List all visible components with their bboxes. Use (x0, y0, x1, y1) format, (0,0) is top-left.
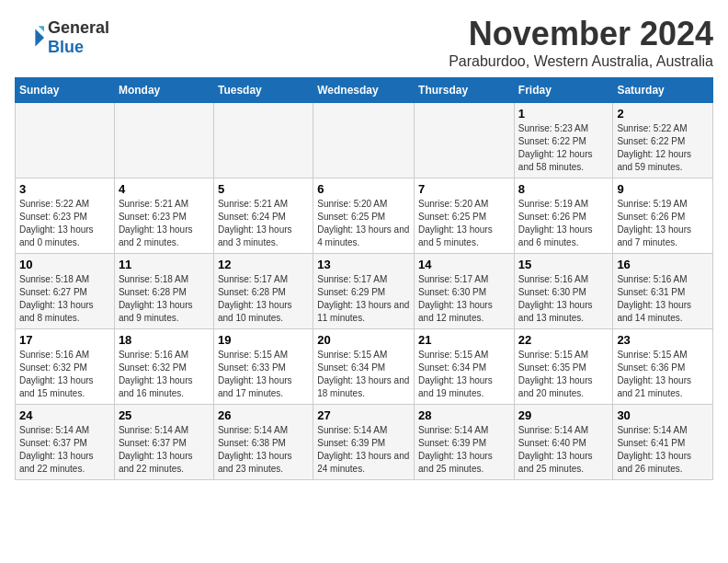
day-number: 23 (617, 333, 709, 347)
day-number: 19 (218, 333, 309, 347)
calendar-cell (415, 103, 515, 178)
day-detail: Sunrise: 5:20 AM Sunset: 6:25 PM Dayligh… (418, 198, 510, 249)
calendar-cell: 6Sunrise: 5:20 AM Sunset: 6:25 PM Daylig… (313, 178, 415, 254)
calendar-cell: 27Sunrise: 5:14 AM Sunset: 6:39 PM Dayli… (313, 405, 415, 480)
calendar-cell: 4Sunrise: 5:21 AM Sunset: 6:23 PM Daylig… (114, 178, 213, 254)
day-number: 26 (218, 408, 309, 422)
day-detail: Sunrise: 5:14 AM Sunset: 6:38 PM Dayligh… (218, 424, 309, 476)
calendar-cell: 17Sunrise: 5:16 AM Sunset: 6:32 PM Dayli… (16, 329, 115, 405)
day-detail: Sunrise: 5:21 AM Sunset: 6:23 PM Dayligh… (119, 198, 210, 249)
day-number: 29 (518, 408, 609, 422)
day-detail: Sunrise: 5:15 AM Sunset: 6:36 PM Dayligh… (617, 349, 709, 400)
day-detail: Sunrise: 5:16 AM Sunset: 6:31 PM Dayligh… (617, 273, 709, 325)
svg-marker-0 (35, 29, 44, 46)
calendar-cell (313, 103, 415, 178)
day-detail: Sunrise: 5:14 AM Sunset: 6:39 PM Dayligh… (317, 424, 410, 476)
calendar-week-row: 3Sunrise: 5:22 AM Sunset: 6:23 PM Daylig… (16, 178, 713, 254)
day-number: 1 (518, 107, 609, 121)
day-detail: Sunrise: 5:16 AM Sunset: 6:32 PM Dayligh… (119, 349, 210, 400)
day-detail: Sunrise: 5:18 AM Sunset: 6:27 PM Dayligh… (19, 273, 110, 325)
day-detail: Sunrise: 5:15 AM Sunset: 6:34 PM Dayligh… (317, 349, 410, 400)
weekday-header: Monday (114, 78, 213, 103)
calendar-cell: 11Sunrise: 5:18 AM Sunset: 6:28 PM Dayli… (114, 254, 213, 329)
logo-icon (15, 23, 44, 52)
weekday-header: Saturday (613, 78, 713, 103)
day-detail: Sunrise: 5:15 AM Sunset: 6:35 PM Dayligh… (518, 349, 609, 400)
day-number: 24 (19, 408, 110, 422)
title-block: November 2024 Paraburdoo, Western Austra… (449, 15, 713, 70)
calendar-cell: 26Sunrise: 5:14 AM Sunset: 6:38 PM Dayli… (213, 405, 313, 480)
day-number: 3 (19, 182, 110, 196)
svg-marker-1 (39, 26, 44, 31)
day-number: 30 (617, 408, 709, 422)
day-number: 5 (218, 182, 309, 196)
day-detail: Sunrise: 5:17 AM Sunset: 6:30 PM Dayligh… (418, 273, 510, 325)
calendar-cell: 16Sunrise: 5:16 AM Sunset: 6:31 PM Dayli… (613, 254, 713, 329)
day-number: 18 (119, 333, 210, 347)
day-detail: Sunrise: 5:14 AM Sunset: 6:37 PM Dayligh… (19, 424, 110, 476)
day-detail: Sunrise: 5:16 AM Sunset: 6:32 PM Dayligh… (19, 349, 110, 400)
day-number: 20 (317, 333, 410, 347)
calendar-cell: 29Sunrise: 5:14 AM Sunset: 6:40 PM Dayli… (514, 405, 613, 480)
day-number: 21 (418, 333, 510, 347)
day-detail: Sunrise: 5:19 AM Sunset: 6:26 PM Dayligh… (617, 198, 709, 249)
calendar-cell: 20Sunrise: 5:15 AM Sunset: 6:34 PM Dayli… (313, 329, 415, 405)
calendar-cell: 24Sunrise: 5:14 AM Sunset: 6:37 PM Dayli… (16, 405, 115, 480)
calendar-week-row: 10Sunrise: 5:18 AM Sunset: 6:27 PM Dayli… (16, 254, 713, 329)
day-number: 15 (518, 258, 609, 271)
calendar-cell (114, 103, 213, 178)
day-number: 6 (317, 182, 410, 196)
day-number: 12 (218, 258, 309, 271)
logo: General Blue (15, 18, 109, 57)
weekday-header: Sunday (16, 78, 115, 103)
day-number: 2 (617, 107, 709, 121)
weekday-header: Thursday (415, 78, 515, 103)
day-detail: Sunrise: 5:17 AM Sunset: 6:28 PM Dayligh… (218, 273, 309, 325)
calendar-cell: 21Sunrise: 5:15 AM Sunset: 6:34 PM Dayli… (415, 329, 515, 405)
calendar-week-row: 24Sunrise: 5:14 AM Sunset: 6:37 PM Dayli… (16, 405, 713, 480)
calendar-week-row: 17Sunrise: 5:16 AM Sunset: 6:32 PM Dayli… (16, 329, 713, 405)
calendar-table: SundayMondayTuesdayWednesdayThursdayFrid… (15, 77, 713, 480)
calendar-cell: 14Sunrise: 5:17 AM Sunset: 6:30 PM Dayli… (415, 254, 515, 329)
calendar-cell: 30Sunrise: 5:14 AM Sunset: 6:41 PM Dayli… (613, 405, 713, 480)
weekday-header: Friday (514, 78, 613, 103)
logo-line2: Blue (48, 38, 109, 57)
day-number: 28 (418, 408, 510, 422)
day-detail: Sunrise: 5:19 AM Sunset: 6:26 PM Dayligh… (518, 198, 609, 249)
day-number: 13 (317, 258, 410, 271)
day-number: 22 (518, 333, 609, 347)
calendar-cell: 15Sunrise: 5:16 AM Sunset: 6:30 PM Dayli… (514, 254, 613, 329)
day-detail: Sunrise: 5:16 AM Sunset: 6:30 PM Dayligh… (518, 273, 609, 325)
day-detail: Sunrise: 5:18 AM Sunset: 6:28 PM Dayligh… (119, 273, 210, 325)
day-number: 17 (19, 333, 110, 347)
calendar-week-row: 1Sunrise: 5:23 AM Sunset: 6:22 PM Daylig… (16, 103, 713, 178)
calendar-cell: 9Sunrise: 5:19 AM Sunset: 6:26 PM Daylig… (613, 178, 713, 254)
calendar-cell: 7Sunrise: 5:20 AM Sunset: 6:25 PM Daylig… (415, 178, 515, 254)
day-number: 7 (418, 182, 510, 196)
calendar-cell: 5Sunrise: 5:21 AM Sunset: 6:24 PM Daylig… (213, 178, 313, 254)
weekday-header: Wednesday (313, 78, 415, 103)
calendar-cell: 19Sunrise: 5:15 AM Sunset: 6:33 PM Dayli… (213, 329, 313, 405)
day-number: 8 (518, 182, 609, 196)
calendar-cell: 1Sunrise: 5:23 AM Sunset: 6:22 PM Daylig… (514, 103, 613, 178)
calendar-cell: 10Sunrise: 5:18 AM Sunset: 6:27 PM Dayli… (16, 254, 115, 329)
calendar-cell: 3Sunrise: 5:22 AM Sunset: 6:23 PM Daylig… (16, 178, 115, 254)
header: General Blue November 2024 Paraburdoo, W… (15, 15, 713, 70)
calendar-cell: 25Sunrise: 5:14 AM Sunset: 6:37 PM Dayli… (114, 405, 213, 480)
day-detail: Sunrise: 5:14 AM Sunset: 6:40 PM Dayligh… (518, 424, 609, 476)
day-detail: Sunrise: 5:17 AM Sunset: 6:29 PM Dayligh… (317, 273, 410, 325)
day-number: 14 (418, 258, 510, 271)
day-detail: Sunrise: 5:21 AM Sunset: 6:24 PM Dayligh… (218, 198, 309, 249)
calendar-cell: 8Sunrise: 5:19 AM Sunset: 6:26 PM Daylig… (514, 178, 613, 254)
day-detail: Sunrise: 5:23 AM Sunset: 6:22 PM Dayligh… (518, 122, 609, 174)
weekday-header: Tuesday (213, 78, 313, 103)
day-detail: Sunrise: 5:14 AM Sunset: 6:41 PM Dayligh… (617, 424, 709, 476)
calendar-cell: 13Sunrise: 5:17 AM Sunset: 6:29 PM Dayli… (313, 254, 415, 329)
location-title: Paraburdoo, Western Australia, Australia (449, 53, 713, 70)
day-detail: Sunrise: 5:15 AM Sunset: 6:34 PM Dayligh… (418, 349, 510, 400)
day-number: 16 (617, 258, 709, 271)
weekday-header-row: SundayMondayTuesdayWednesdayThursdayFrid… (16, 78, 713, 103)
day-number: 9 (617, 182, 709, 196)
calendar-cell: 12Sunrise: 5:17 AM Sunset: 6:28 PM Dayli… (213, 254, 313, 329)
calendar-cell: 22Sunrise: 5:15 AM Sunset: 6:35 PM Dayli… (514, 329, 613, 405)
